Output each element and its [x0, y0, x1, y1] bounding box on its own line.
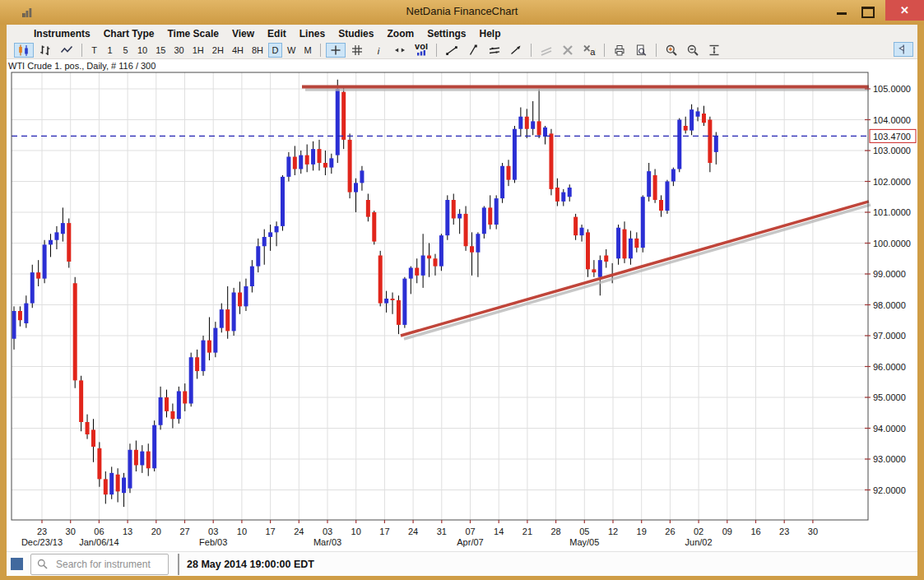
toolbar-separator	[604, 44, 605, 57]
svg-text:24: 24	[408, 527, 418, 536]
svg-text:Dec/23/13: Dec/23/13	[21, 537, 63, 547]
svg-text:98.0000: 98.0000	[873, 300, 906, 310]
svg-text:13: 13	[123, 527, 132, 536]
crosshair-icon[interactable]	[326, 43, 346, 58]
status-separator	[178, 554, 179, 575]
zoom-in-icon[interactable]	[662, 43, 681, 58]
toolbar-separator	[320, 44, 321, 57]
info-icon[interactable]: i	[369, 43, 388, 58]
arrows-horizontal-icon[interactable]	[390, 43, 410, 58]
svg-text:27: 27	[179, 527, 189, 536]
interval-button-1[interactable]: 1	[103, 43, 117, 58]
toolbar-separator	[531, 44, 532, 57]
arrow-draw-icon[interactable]	[506, 43, 526, 58]
svg-text:23: 23	[779, 527, 789, 536]
svg-text:12: 12	[608, 527, 618, 536]
interval-button-2h[interactable]: 2H	[209, 43, 227, 58]
svg-text:05: 05	[579, 527, 589, 536]
grid-icon[interactable]	[347, 43, 367, 58]
svg-text:09: 09	[722, 527, 732, 536]
search-input[interactable]	[54, 558, 168, 571]
svg-text:104.0000: 104.0000	[873, 115, 911, 125]
svg-text:03: 03	[323, 527, 332, 536]
print-icon[interactable]	[610, 43, 629, 58]
svg-text:May/05: May/05	[569, 537, 599, 547]
menu-item-edit[interactable]: Edit	[261, 28, 293, 39]
toolbar-separator	[656, 44, 657, 57]
svg-text:103.0000: 103.0000	[873, 146, 911, 155]
volume-icon[interactable]: vol	[411, 43, 431, 58]
close-button[interactable]: ✕	[885, 0, 924, 21]
line-chart-icon[interactable]	[57, 43, 77, 58]
toolbar: T151015301H2H4H8HDWMivolall	[7, 42, 917, 59]
remove-parallel-icon[interactable]	[536, 43, 556, 58]
interval-button-d[interactable]: D	[268, 43, 282, 58]
print-preview-icon[interactable]	[631, 43, 651, 58]
ohlc-chart-icon[interactable]	[35, 43, 55, 58]
interval-button-8h[interactable]: 8H	[248, 43, 267, 58]
svg-text:07: 07	[465, 527, 475, 536]
parallel-lines-icon[interactable]	[485, 43, 504, 58]
trend-line-vertical-icon[interactable]	[463, 43, 483, 58]
svg-text:17: 17	[265, 527, 275, 536]
svg-text:94.0000: 94.0000	[873, 424, 906, 434]
maximize-button[interactable]	[861, 7, 875, 18]
menu-item-studies[interactable]: Studies	[332, 28, 380, 39]
menu-item-view[interactable]: View	[225, 28, 261, 39]
fit-vertical-icon[interactable]	[704, 43, 724, 58]
svg-text:Mar/03: Mar/03	[313, 537, 341, 547]
interval-button-30[interactable]: 30	[171, 43, 188, 58]
search-icon	[36, 558, 49, 571]
app-window: NetDania FinanceChart ✕ InstrumentsChart…	[0, 0, 924, 580]
svg-text:93.0000: 93.0000	[873, 454, 906, 464]
toolbar-separator	[436, 44, 437, 57]
menu-item-settings[interactable]: Settings	[420, 28, 472, 39]
interval-button-t[interactable]: T	[87, 43, 101, 58]
interval-button-1h[interactable]: 1H	[189, 43, 207, 58]
title-bar[interactable]: NetDania FinanceChart ✕	[0, 0, 924, 25]
interval-button-4h[interactable]: 4H	[229, 43, 247, 58]
menu-item-zoom[interactable]: Zoom	[380, 28, 420, 39]
interval-button-5[interactable]: 5	[118, 43, 132, 58]
svg-text:102.0000: 102.0000	[873, 177, 911, 187]
remove-line-icon[interactable]	[558, 43, 578, 58]
menu-item-time-scale[interactable]: Time Scale	[160, 28, 225, 39]
window-title: NetDania FinanceChart	[0, 5, 924, 17]
status-bar: 28 May 2014 19:00:00 EDT	[7, 551, 917, 576]
svg-text:30: 30	[66, 527, 76, 536]
x-axis: 2330061320270310172403101724310714212805…	[21, 520, 818, 547]
menu-item-chart-type[interactable]: Chart Type	[97, 28, 161, 39]
svg-text:03: 03	[208, 527, 218, 536]
svg-text:14: 14	[494, 527, 504, 536]
svg-text:10: 10	[237, 527, 247, 536]
svg-text:105.0000: 105.0000	[873, 84, 911, 94]
svg-text:100.0000: 100.0000	[873, 239, 911, 248]
remove-all-lines-icon[interactable]: all	[579, 43, 599, 58]
zoom-out-icon[interactable]	[683, 43, 703, 58]
svg-text:17: 17	[379, 527, 389, 536]
svg-text:99.0000: 99.0000	[873, 269, 906, 279]
minimize-button[interactable]	[837, 12, 847, 15]
svg-text:02: 02	[694, 527, 703, 536]
pushpin-icon[interactable]	[894, 42, 913, 57]
svg-text:19: 19	[637, 527, 647, 536]
svg-text:31: 31	[437, 527, 447, 536]
trend-line-icon[interactable]	[442, 43, 462, 58]
svg-text:30: 30	[808, 527, 818, 536]
interval-button-m[interactable]: M	[300, 43, 314, 58]
menu-item-instruments[interactable]: Instruments	[27, 28, 97, 39]
menu-item-help[interactable]: Help	[472, 28, 507, 39]
interval-button-15[interactable]: 15	[152, 43, 169, 58]
candlestick-chart-icon[interactable]	[14, 43, 34, 58]
svg-text:97.0000: 97.0000	[873, 331, 906, 341]
price-chart[interactable]: 105.0000104.0000103.0000102.0000101.0000…	[0, 0, 924, 580]
menu-item-lines[interactable]: Lines	[293, 28, 332, 39]
interval-button-10[interactable]: 10	[134, 43, 151, 58]
instrument-search-box[interactable]	[30, 554, 169, 575]
svg-text:vol: vol	[415, 44, 428, 51]
last-update-timestamp: 28 May 2014 19:00:00 EDT	[187, 559, 314, 570]
menu-bar: InstrumentsChart TypeTime ScaleViewEditL…	[7, 25, 917, 42]
interval-button-w[interactable]: W	[284, 43, 299, 58]
svg-text:10: 10	[351, 527, 361, 536]
connection-status-icon	[11, 558, 23, 570]
